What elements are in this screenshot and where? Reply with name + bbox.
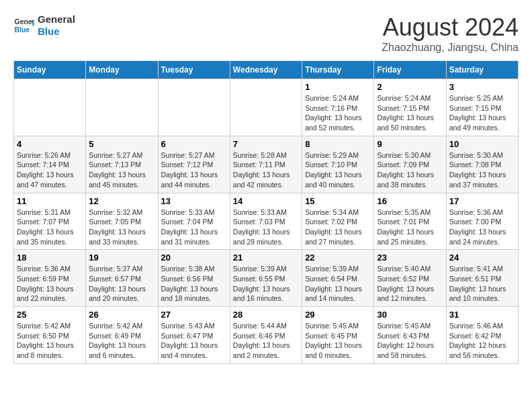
page-header: General Blue General Blue August 2024 Zh… [13, 13, 519, 54]
day-number: 20 [161, 253, 227, 263]
day-cell: 24Sunrise: 5:41 AM Sunset: 6:51 PM Dayli… [446, 250, 518, 307]
day-info: Sunrise: 5:26 AM Sunset: 7:14 PM Dayligh… [17, 150, 83, 190]
day-info: Sunrise: 5:29 AM Sunset: 7:10 PM Dayligh… [305, 150, 371, 190]
day-number: 2 [377, 82, 443, 92]
day-number: 8 [305, 139, 371, 149]
day-number: 14 [233, 196, 299, 206]
day-info: Sunrise: 5:37 AM Sunset: 6:57 PM Dayligh… [89, 264, 154, 304]
day-cell: 14Sunrise: 5:33 AM Sunset: 7:03 PM Dayli… [230, 193, 302, 250]
day-info: Sunrise: 5:36 AM Sunset: 7:00 PM Dayligh… [449, 208, 515, 247]
day-info: Sunrise: 5:33 AM Sunset: 7:03 PM Dayligh… [233, 208, 299, 247]
calendar-subtitle: Zhaozhuang, Jiangsu, China [382, 42, 519, 54]
day-cell: 25Sunrise: 5:42 AM Sunset: 6:50 PM Dayli… [14, 307, 86, 364]
day-cell: 7Sunrise: 5:28 AM Sunset: 7:11 PM Daylig… [230, 136, 302, 193]
day-number: 30 [377, 310, 443, 320]
day-cell: 16Sunrise: 5:35 AM Sunset: 7:01 PM Dayli… [374, 193, 446, 250]
day-number: 22 [305, 253, 371, 263]
day-info: Sunrise: 5:31 AM Sunset: 7:07 PM Dayligh… [17, 208, 83, 247]
day-number: 7 [233, 139, 299, 149]
week-row-4: 18Sunrise: 5:36 AM Sunset: 6:59 PM Dayli… [14, 250, 519, 307]
weekday-header-monday: Monday [86, 61, 158, 79]
day-info: Sunrise: 5:36 AM Sunset: 6:59 PM Dayligh… [17, 264, 83, 304]
svg-text:Blue: Blue [15, 26, 30, 34]
day-info: Sunrise: 5:35 AM Sunset: 7:01 PM Dayligh… [377, 208, 443, 247]
day-info: Sunrise: 5:30 AM Sunset: 7:08 PM Dayligh… [449, 150, 515, 190]
day-cell: 4Sunrise: 5:26 AM Sunset: 7:14 PM Daylig… [14, 136, 86, 193]
day-cell: 31Sunrise: 5:46 AM Sunset: 6:42 PM Dayli… [446, 307, 518, 364]
day-number: 5 [89, 139, 154, 149]
day-number: 29 [305, 310, 371, 320]
day-cell: 5Sunrise: 5:27 AM Sunset: 7:13 PM Daylig… [86, 136, 158, 193]
day-info: Sunrise: 5:43 AM Sunset: 6:47 PM Dayligh… [161, 321, 227, 361]
day-info: Sunrise: 5:27 AM Sunset: 7:13 PM Dayligh… [89, 150, 154, 190]
day-info: Sunrise: 5:42 AM Sunset: 6:50 PM Dayligh… [17, 321, 83, 361]
day-number: 19 [89, 253, 154, 263]
week-row-3: 11Sunrise: 5:31 AM Sunset: 7:07 PM Dayli… [14, 193, 519, 250]
day-number: 27 [161, 310, 227, 320]
weekday-header-sunday: Sunday [14, 61, 86, 79]
day-cell: 28Sunrise: 5:44 AM Sunset: 6:46 PM Dayli… [230, 307, 302, 364]
day-number: 15 [305, 196, 371, 206]
day-cell: 26Sunrise: 5:42 AM Sunset: 6:49 PM Dayli… [86, 307, 158, 364]
day-number: 18 [17, 253, 83, 263]
day-number: 17 [449, 196, 515, 206]
day-cell: 23Sunrise: 5:40 AM Sunset: 6:52 PM Dayli… [374, 250, 446, 307]
logo-icon: General Blue [13, 15, 35, 36]
day-cell: 17Sunrise: 5:36 AM Sunset: 7:00 PM Dayli… [446, 193, 518, 250]
calendar-body: 1Sunrise: 5:24 AM Sunset: 7:16 PM Daylig… [14, 79, 519, 364]
calendar-header: SundayMondayTuesdayWednesdayThursdayFrid… [14, 61, 519, 79]
day-info: Sunrise: 5:45 AM Sunset: 6:45 PM Dayligh… [305, 321, 371, 361]
day-cell: 3Sunrise: 5:25 AM Sunset: 7:15 PM Daylig… [446, 79, 518, 136]
day-info: Sunrise: 5:34 AM Sunset: 7:02 PM Dayligh… [305, 208, 371, 247]
day-cell [158, 79, 230, 136]
day-info: Sunrise: 5:32 AM Sunset: 7:05 PM Dayligh… [89, 208, 154, 247]
day-number: 12 [89, 196, 154, 206]
day-cell: 9Sunrise: 5:30 AM Sunset: 7:09 PM Daylig… [374, 136, 446, 193]
day-info: Sunrise: 5:45 AM Sunset: 6:43 PM Dayligh… [377, 321, 443, 361]
day-number: 10 [449, 139, 515, 149]
day-info: Sunrise: 5:39 AM Sunset: 6:54 PM Dayligh… [305, 264, 371, 304]
day-info: Sunrise: 5:24 AM Sunset: 7:15 PM Dayligh… [377, 93, 443, 133]
day-number: 26 [89, 310, 154, 320]
day-cell: 10Sunrise: 5:30 AM Sunset: 7:08 PM Dayli… [446, 136, 518, 193]
day-number: 3 [449, 82, 515, 92]
day-number: 28 [233, 310, 299, 320]
day-number: 13 [161, 196, 227, 206]
day-cell: 19Sunrise: 5:37 AM Sunset: 6:57 PM Dayli… [86, 250, 158, 307]
day-number: 23 [377, 253, 443, 263]
day-cell [86, 79, 158, 136]
logo: General Blue General Blue [13, 13, 75, 38]
day-cell [14, 79, 86, 136]
day-info: Sunrise: 5:46 AM Sunset: 6:42 PM Dayligh… [449, 321, 515, 361]
day-info: Sunrise: 5:24 AM Sunset: 7:16 PM Dayligh… [305, 93, 371, 133]
weekday-header-thursday: Thursday [302, 61, 374, 79]
day-number: 9 [377, 139, 443, 149]
day-info: Sunrise: 5:39 AM Sunset: 6:55 PM Dayligh… [233, 264, 299, 304]
weekday-header-tuesday: Tuesday [158, 61, 230, 79]
day-cell: 11Sunrise: 5:31 AM Sunset: 7:07 PM Dayli… [14, 193, 86, 250]
day-number: 24 [449, 253, 515, 263]
day-info: Sunrise: 5:30 AM Sunset: 7:09 PM Dayligh… [377, 150, 443, 190]
week-row-5: 25Sunrise: 5:42 AM Sunset: 6:50 PM Dayli… [14, 307, 519, 364]
day-cell: 27Sunrise: 5:43 AM Sunset: 6:47 PM Dayli… [158, 307, 230, 364]
day-info: Sunrise: 5:38 AM Sunset: 6:56 PM Dayligh… [161, 264, 227, 304]
week-row-1: 1Sunrise: 5:24 AM Sunset: 7:16 PM Daylig… [14, 79, 519, 136]
weekday-header-wednesday: Wednesday [230, 61, 302, 79]
day-info: Sunrise: 5:44 AM Sunset: 6:46 PM Dayligh… [233, 321, 299, 361]
day-number: 31 [449, 310, 515, 320]
weekday-header-saturday: Saturday [446, 61, 518, 79]
day-cell: 2Sunrise: 5:24 AM Sunset: 7:15 PM Daylig… [374, 79, 446, 136]
weekday-row: SundayMondayTuesdayWednesdayThursdayFrid… [14, 61, 519, 79]
week-row-2: 4Sunrise: 5:26 AM Sunset: 7:14 PM Daylig… [14, 136, 519, 193]
logo-general: General [38, 13, 75, 26]
day-info: Sunrise: 5:40 AM Sunset: 6:52 PM Dayligh… [377, 264, 443, 304]
logo-blue: Blue [38, 26, 75, 38]
weekday-header-friday: Friday [374, 61, 446, 79]
day-number: 25 [17, 310, 83, 320]
day-info: Sunrise: 5:33 AM Sunset: 7:04 PM Dayligh… [161, 208, 227, 247]
day-cell: 21Sunrise: 5:39 AM Sunset: 6:55 PM Dayli… [230, 250, 302, 307]
day-cell: 30Sunrise: 5:45 AM Sunset: 6:43 PM Dayli… [374, 307, 446, 364]
day-info: Sunrise: 5:28 AM Sunset: 7:11 PM Dayligh… [233, 150, 299, 190]
day-cell: 22Sunrise: 5:39 AM Sunset: 6:54 PM Dayli… [302, 250, 374, 307]
day-info: Sunrise: 5:27 AM Sunset: 7:12 PM Dayligh… [161, 150, 227, 190]
